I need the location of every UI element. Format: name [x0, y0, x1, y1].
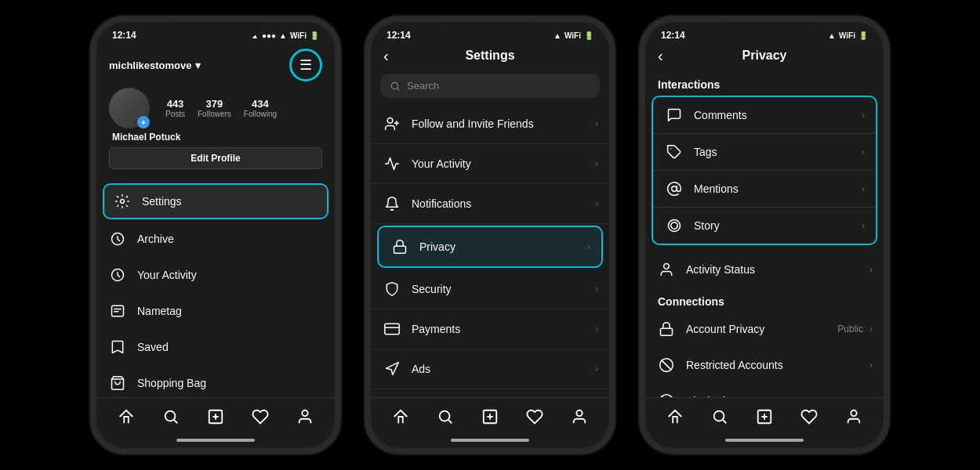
svg-point-41: [672, 186, 677, 192]
tab-new-post-3[interactable]: [752, 404, 777, 429]
svg-rect-45: [661, 328, 673, 335]
svg-line-49: [662, 396, 671, 397]
settings-account[interactable]: Account ›: [371, 389, 609, 397]
svg-point-57: [714, 411, 724, 421]
tab-search-3[interactable]: [707, 404, 732, 429]
settings-your-activity[interactable]: Your Activity ›: [371, 144, 609, 184]
menu-item-shopping[interactable]: Shopping Bag: [96, 365, 335, 397]
dropdown-icon[interactable]: ▾: [195, 60, 201, 71]
tab-likes-2[interactable]: [522, 404, 547, 429]
mentions-label: Mentions: [694, 183, 739, 195]
svg-point-62: [851, 410, 856, 416]
tab-profile[interactable]: [292, 404, 318, 429]
settings-follow-invite[interactable]: Follow and Invite Friends ›: [371, 104, 609, 144]
tab-search[interactable]: [158, 404, 183, 429]
add-story-button[interactable]: +: [137, 116, 150, 128]
tab-new-post[interactable]: [203, 404, 228, 429]
tags-label: Tags: [694, 146, 717, 158]
menu-item-settings[interactable]: Settings: [103, 183, 328, 219]
svg-point-19: [302, 410, 307, 416]
privacy-comments[interactable]: Comments ›: [653, 97, 876, 134]
settings-ads[interactable]: Ads ›: [371, 349, 609, 389]
posts-count: 443: [165, 98, 185, 110]
home-bar-1: [176, 439, 255, 442]
privacy-activity-status[interactable]: Activity Status ›: [645, 251, 884, 287]
tab-bar-3: [645, 397, 884, 432]
nametag-icon: [109, 302, 126, 320]
settings-icon: [114, 193, 131, 210]
svg-rect-2: [112, 306, 124, 316]
activity-label: Your Activity: [137, 269, 197, 281]
connections-header: Connections: [645, 287, 884, 311]
card-icon: [383, 320, 401, 338]
privacy-mentions[interactable]: Mentions ›: [653, 171, 876, 208]
menu-item-archive[interactable]: Archive: [96, 221, 335, 257]
settings-label: Settings: [142, 195, 182, 208]
tab-bar-1: [96, 397, 335, 432]
svg-line-58: [723, 420, 726, 423]
svg-point-43: [669, 220, 681, 232]
interactions-header: Interactions: [645, 70, 884, 94]
chevron-blocked: ›: [869, 396, 873, 397]
lock-icon-privacy: [658, 320, 675, 338]
chevron-security: ›: [595, 284, 598, 295]
tab-profile-3[interactable]: [841, 404, 866, 429]
stat-posts: 443 Posts: [165, 98, 185, 118]
settings-security[interactable]: Security ›: [371, 269, 609, 309]
tab-home-3[interactable]: [662, 404, 688, 429]
following-label: Following: [244, 110, 277, 118]
privacy-blocked[interactable]: Blocked Accounts ›: [645, 383, 884, 397]
tab-profile-2[interactable]: [567, 404, 592, 429]
privacy-account-privacy[interactable]: Account Privacy Public ›: [645, 311, 884, 347]
shopping-label: Shopping Bag: [137, 377, 206, 389]
stat-followers: 379 Followers: [198, 98, 231, 118]
tab-home-2[interactable]: [388, 404, 413, 429]
tab-new-post-2[interactable]: [477, 404, 503, 429]
home-indicator-1: [96, 432, 335, 448]
tab-search-2[interactable]: [433, 404, 458, 429]
hamburger-menu-button[interactable]: ☰: [289, 49, 322, 81]
settings-privacy[interactable]: Privacy ›: [377, 226, 603, 268]
search-bar[interactable]: Search: [380, 74, 600, 98]
lock-icon-settings: [391, 238, 408, 255]
home-indicator-2: [371, 432, 609, 448]
notifications-label: Notifications: [412, 197, 471, 210]
ads-label: Ads: [412, 363, 430, 375]
screen-1: michlikestomove ▾ ☰ +: [96, 44, 335, 448]
phone-2: 12:14 ▲ WiFi 🔋 ‹ Settings Search: [365, 16, 615, 454]
home-bar-3: [725, 439, 804, 442]
archive-icon: [109, 230, 126, 248]
tab-likes-3[interactable]: [797, 404, 822, 429]
privacy-back-button[interactable]: ‹: [658, 47, 663, 65]
status-icons-1: ▲ ●●● ▲ WiFi 🔋: [251, 31, 319, 40]
tab-likes[interactable]: [248, 404, 273, 429]
settings-payments[interactable]: Payments ›: [371, 309, 609, 349]
settings-back-button[interactable]: ‹: [383, 47, 389, 65]
follow-invite-label: Follow and Invite Friends: [412, 118, 534, 130]
search-placeholder: Search: [407, 80, 439, 92]
settings-notifications[interactable]: Notifications ›: [371, 184, 609, 224]
payments-label: Payments: [412, 323, 460, 335]
tab-home[interactable]: [114, 404, 139, 429]
restricted-icon: [658, 356, 675, 374]
shopping-icon: [109, 374, 126, 392]
chevron-ads: ›: [595, 363, 598, 374]
menu-item-saved[interactable]: Saved: [96, 329, 335, 365]
person-add-icon: [383, 115, 401, 132]
followers-label: Followers: [198, 110, 231, 118]
profile-info-row: + 443 Posts 379 Followers 434: [109, 88, 322, 128]
comment-icon: [666, 107, 683, 124]
profile-top: michlikestomove ▾ ☰: [109, 49, 322, 81]
stat-following: 434 Following: [244, 98, 277, 118]
menu-item-nametag[interactable]: Nametag: [96, 293, 335, 329]
svg-line-35: [448, 420, 452, 423]
edit-profile-button[interactable]: Edit Profile: [109, 147, 322, 169]
svg-point-14: [165, 411, 176, 421]
chevron-follow: ›: [595, 118, 598, 129]
privacy-restricted[interactable]: Restricted Accounts ›: [645, 347, 884, 383]
privacy-story[interactable]: Story ›: [653, 208, 876, 244]
menu-item-activity[interactable]: Your Activity: [96, 257, 335, 293]
svg-line-47: [662, 360, 671, 370]
privacy-nav-header: ‹ Privacy: [645, 44, 884, 70]
privacy-tags[interactable]: Tags ›: [653, 134, 876, 171]
